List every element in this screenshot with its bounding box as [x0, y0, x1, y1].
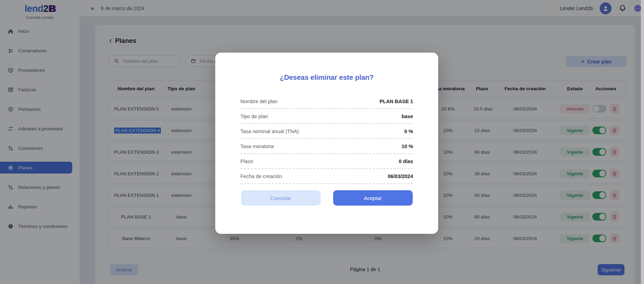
modal-field-row: Nombre del planPLAN BASE 1: [240, 94, 413, 109]
modal-field-row: Tasa moratoria10 %: [240, 139, 413, 154]
modal-field-value: 10 %: [402, 144, 413, 149]
modal-field-label: Nombre del plan: [240, 99, 277, 104]
modal-field-row: Tasa nominal anual (TNA)0 %: [240, 124, 413, 139]
modal-field-value: PLAN BASE 1: [380, 99, 413, 104]
accept-button[interactable]: Aceptar: [333, 190, 413, 206]
modal-field-row: Fecha de creación06/03/2024: [240, 169, 413, 184]
modal-field-label: Tasa nominal anual (TNA): [240, 129, 299, 134]
modal-field-value: 06/03/2024: [388, 174, 413, 179]
modal-field-label: Fecha de creación: [240, 174, 282, 179]
modal-field-row: Plazo0 días: [240, 154, 413, 169]
modal-actions: Cancelar Aceptar: [215, 190, 438, 206]
page-scrollbar[interactable]: [641, 0, 644, 284]
modal-field-label: Tasa moratoria: [240, 144, 274, 149]
modal-fields: Nombre del planPLAN BASE 1Tipo de planba…: [240, 94, 413, 184]
delete-plan-modal: ¿Deseas eliminar este plan? Nombre del p…: [215, 53, 438, 234]
modal-title: ¿Deseas eliminar este plan?: [215, 74, 438, 82]
modal-field-label: Plazo: [240, 159, 253, 164]
modal-field-label: Tipo de plan: [240, 114, 268, 119]
modal-field-value: base: [402, 114, 413, 119]
app: { "colors": { "accent": "#4f74e3", "acce…: [0, 0, 644, 284]
modal-field-value: 0 días: [399, 159, 413, 164]
cancel-button[interactable]: Cancelar: [241, 190, 321, 206]
modal-field-value: 0 %: [404, 129, 413, 134]
modal-field-row: Tipo de planbase: [240, 109, 413, 124]
